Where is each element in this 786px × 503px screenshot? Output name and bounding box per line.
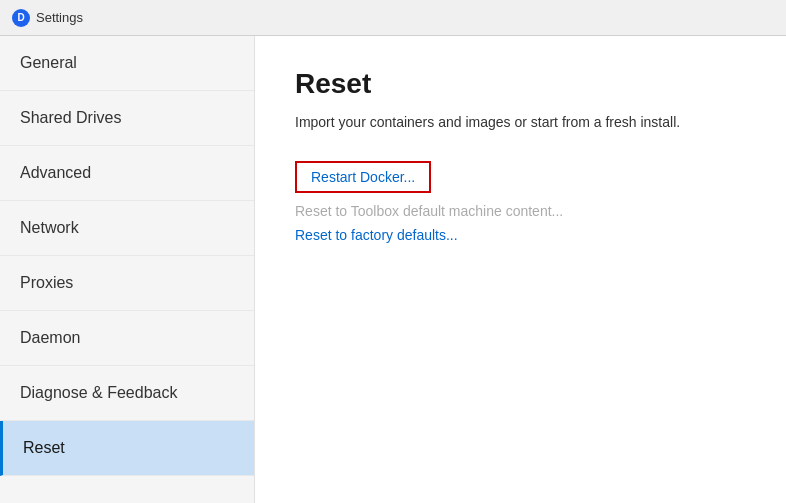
- sidebar-item-diagnose-feedback[interactable]: Diagnose & Feedback: [0, 366, 254, 421]
- reset-factory-link[interactable]: Reset to factory defaults...: [295, 227, 746, 243]
- sidebar-item-general[interactable]: General: [0, 36, 254, 91]
- sidebar-item-advanced[interactable]: Advanced: [0, 146, 254, 201]
- sidebar: GeneralShared DrivesAdvancedNetworkProxi…: [0, 36, 255, 503]
- sidebar-item-daemon[interactable]: Daemon: [0, 311, 254, 366]
- title-bar-text: Settings: [36, 10, 83, 25]
- docker-icon: D: [12, 9, 30, 27]
- page-description: Import your containers and images or sta…: [295, 112, 695, 133]
- page-title: Reset: [295, 68, 746, 100]
- sidebar-item-reset[interactable]: Reset: [0, 421, 254, 476]
- sidebar-item-shared-drives[interactable]: Shared Drives: [0, 91, 254, 146]
- restart-docker-button[interactable]: Restart Docker...: [295, 161, 431, 193]
- title-bar: D Settings: [0, 0, 786, 36]
- sidebar-item-network[interactable]: Network: [0, 201, 254, 256]
- main-content: Reset Import your containers and images …: [255, 36, 786, 503]
- reset-toolbox-link: Reset to Toolbox default machine content…: [295, 203, 746, 219]
- app-body: GeneralShared DrivesAdvancedNetworkProxi…: [0, 36, 786, 503]
- sidebar-item-proxies[interactable]: Proxies: [0, 256, 254, 311]
